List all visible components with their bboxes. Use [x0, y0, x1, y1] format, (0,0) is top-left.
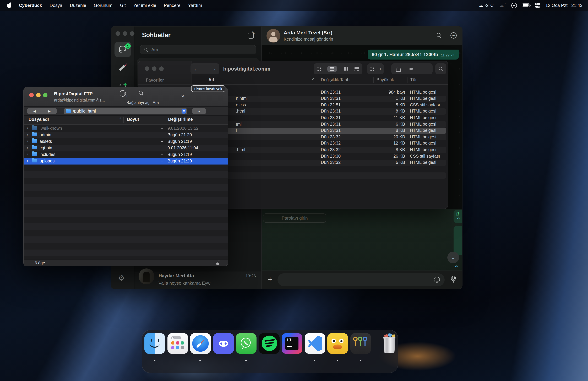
menu-görünüm[interactable]: Görünüm [94, 3, 112, 8]
window-minimize-button[interactable] [36, 93, 41, 97]
password-field[interactable]: Parolayı girin [263, 213, 326, 223]
finder-file-row[interactable]: Dün 23:3220 KBHTML belgesi [192, 134, 446, 140]
scroll-to-bottom-button[interactable]: ⌄ [447, 252, 459, 263]
cyberduck-empty-row[interactable] [24, 230, 228, 236]
cyberduck-empty-row[interactable] [24, 223, 228, 230]
dock-item-trash[interactable] [379, 333, 400, 370]
column-header-size[interactable]: Boyut [127, 117, 139, 122]
apple-menu-icon[interactable] [7, 3, 11, 8]
window-zoom-button[interactable] [43, 93, 47, 97]
dock-item-discord[interactable] [213, 333, 234, 370]
outgoing-message-bubble[interactable]: 80 gr 1. Hamur 28.5x41 1200tb 11:27 ✓✓ [368, 49, 459, 60]
finder-file-row[interactable]: lDün 23:318 KBHTML belgesi [192, 128, 446, 134]
path-dropdown[interactable]: /public_html [64, 108, 187, 114]
cyberduck-empty-row[interactable] [24, 164, 228, 171]
disclosure-chevron-icon[interactable]: › [27, 132, 28, 137]
toolbar-search[interactable] [435, 63, 446, 74]
finder-file-row[interactable]: Dün 23:3212 KBHTML belgesi [192, 140, 446, 147]
disclosure-chevron-icon[interactable]: › [27, 145, 28, 150]
window-close-button[interactable] [116, 31, 120, 36]
disclosure-chevron-icon[interactable]: › [27, 126, 28, 131]
finder-file-row[interactable]: e.cssDün 22:515 KBCSS stil sayfası [192, 102, 446, 108]
menu-yer-imi-ekle[interactable]: Yer imi ekle [133, 3, 156, 8]
cloud-service-icon[interactable]: ☁✦ [499, 2, 506, 8]
group-by-control[interactable]: ▾ [367, 63, 384, 74]
menu-app-name[interactable]: Cyberduck [19, 3, 42, 8]
window-close-button[interactable] [29, 93, 34, 97]
sidebar-item-chats[interactable]: 1 [114, 42, 131, 57]
window-zoom-button[interactable] [130, 31, 134, 36]
menu-düzenle[interactable]: Düzenle [70, 3, 86, 8]
share-icon[interactable] [396, 66, 400, 71]
column-header-modified[interactable]: Değişiklik Tarihi [321, 77, 350, 82]
chat-list-item[interactable]: Haydar Mert Ata 13:26 Valla neyse kankam… [134, 271, 261, 289]
finder-empty-row[interactable] [192, 179, 446, 185]
search-icon[interactable] [437, 33, 441, 38]
link-text[interactable]: r/ [456, 211, 462, 216]
finder-file-row[interactable]: .htmlDün 23:318 KBHTML belgesi [192, 108, 446, 115]
column-view-icon[interactable] [344, 67, 348, 70]
cyberduck-folder-row[interactable]: ›uploads--Bugün 21:20 [24, 158, 228, 164]
cyberduck-empty-row[interactable] [24, 249, 228, 256]
finder-file-row[interactable]: n.htmlDün 23:311 KBHTML belgesi [192, 95, 446, 102]
column-header-kind[interactable]: Tür [410, 77, 417, 82]
cyberduck-folder-row[interactable]: ›admin--Bugün 21:20 [24, 132, 228, 138]
forward-button[interactable]: › [213, 66, 215, 72]
settings-gear-icon[interactable]: ⚙ [118, 274, 125, 282]
disclosure-chevron-icon[interactable]: › [27, 139, 28, 143]
now-playing-icon[interactable]: ▶ [511, 2, 517, 8]
weather-widget[interactable]: ☁ -2°C [479, 2, 494, 8]
cyberduck-empty-row[interactable] [24, 178, 228, 184]
avatar[interactable] [267, 29, 280, 43]
cyberduck-empty-row[interactable] [24, 197, 228, 204]
dock-item-finder[interactable] [144, 333, 165, 370]
finder-file-row[interactable]: Dün 23:31984 baytHTML belgesi [192, 89, 446, 95]
dock-item-cyberduck[interactable] [327, 333, 348, 370]
dock-item-passwords[interactable] [350, 333, 371, 370]
menu-pencere[interactable]: Pencere [164, 3, 181, 8]
menu-dosya[interactable]: Dosya [49, 3, 62, 8]
column-header-modified[interactable]: Değiştirilme [168, 117, 193, 122]
cyberduck-folder-row[interactable]: ›.well-known--9.01.2026 13:52 [24, 125, 228, 132]
menu-bar-date[interactable]: 12 Oca Pzt [545, 3, 567, 8]
back-button[interactable]: ◀ [27, 108, 42, 114]
path-stepper-icon[interactable] [182, 109, 186, 113]
more-actions-icon[interactable]: ··· [423, 66, 428, 71]
chat-search-input[interactable]: Ara [140, 45, 256, 54]
finder-file-row[interactable]: Dün 23:3026 KBCSS stil sayfası [192, 153, 446, 159]
tag-icon[interactable] [410, 67, 414, 71]
forward-button[interactable]: ▶ [42, 108, 57, 114]
message-bubble-fragment[interactable] [454, 226, 462, 255]
control-center-icon[interactable] [535, 3, 540, 8]
cyberduck-empty-row[interactable] [24, 184, 228, 191]
attach-plus-button[interactable]: + [268, 275, 272, 284]
disclosure-chevron-icon[interactable]: › [27, 158, 28, 163]
finder-empty-row[interactable] [192, 166, 446, 172]
dock-item-spotify[interactable] [258, 333, 280, 370]
column-header-name[interactable]: Ad [208, 77, 214, 82]
menu-git[interactable]: Git [120, 3, 126, 8]
parent-directory-button[interactable]: ▲ [192, 108, 206, 114]
microphone-icon[interactable] [450, 276, 456, 285]
window-minimize-button[interactable] [152, 67, 156, 71]
toolbar-overflow-chevrons[interactable]: » [181, 92, 185, 99]
finder-file-row[interactable]: Dün 23:3111 KBHTML belgesi [192, 115, 446, 121]
battery-icon[interactable] [522, 3, 530, 7]
column-header-filename[interactable]: Dosya adı [29, 117, 49, 122]
cyberduck-folder-row[interactable]: ›includes--Bugün 21:19 [24, 152, 228, 158]
emoji-icon[interactable] [434, 277, 440, 283]
menu-yardım[interactable]: Yardım [188, 3, 202, 8]
message-bubble-fragment[interactable]: r/ ✓✓ [454, 210, 462, 223]
cyberduck-empty-row[interactable] [24, 204, 228, 210]
finder-file-row[interactable]: Dün 23:326 KBHTML belgesi [192, 159, 446, 166]
search-button[interactable]: Ara [129, 90, 153, 97]
window-zoom-button[interactable] [159, 67, 164, 71]
icon-view-icon[interactable] [317, 67, 321, 71]
cyberduck-empty-row[interactable] [24, 171, 228, 178]
dock-item-whatsapp[interactable] [235, 333, 257, 370]
menu-bar-clock[interactable]: 21:43 [571, 3, 583, 8]
new-chat-icon[interactable] [248, 33, 254, 39]
cyberduck-folder-row[interactable]: ›cgi-bin--9.01.2026 11:04 [24, 145, 228, 152]
finder-empty-row[interactable] [192, 172, 446, 179]
sidebar-item-calls[interactable]: ↙ [119, 64, 127, 73]
